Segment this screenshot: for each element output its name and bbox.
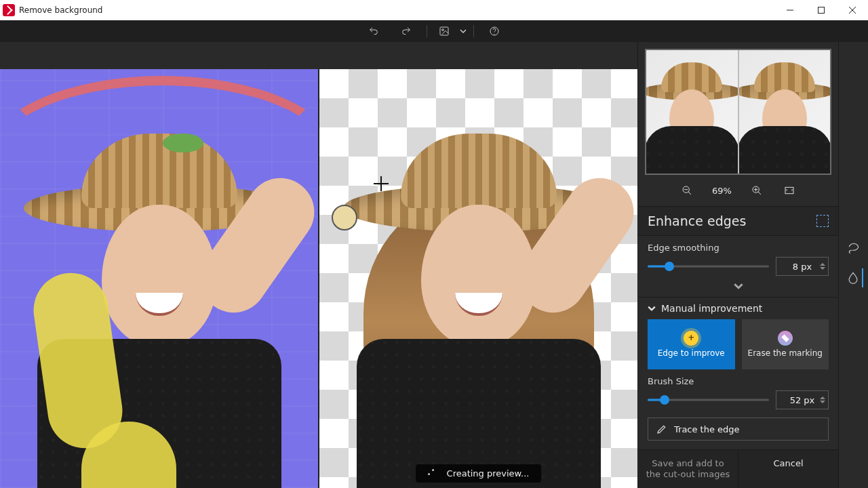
zoom-out-button[interactable]: [679, 183, 694, 198]
selection-icon[interactable]: [816, 215, 829, 227]
canvas-original[interactable]: [0, 69, 318, 488]
tool-label: Erase the marking: [748, 348, 823, 359]
trace-edge-button[interactable]: Trace the edge: [648, 418, 829, 441]
svg-rect-4: [440, 27, 448, 35]
background-mode-dropdown[interactable]: [457, 28, 469, 35]
trace-edge-label: Trace the edge: [674, 424, 740, 434]
eraser-icon: [774, 327, 795, 348]
spinner-icon: [428, 469, 437, 479]
background-mode-button[interactable]: [431, 20, 457, 42]
window-title: Remove background: [19, 5, 103, 15]
canvas-area: Creating preview...: [0, 42, 637, 488]
zoom-fit-button[interactable]: [782, 183, 797, 198]
svg-line-9: [688, 192, 691, 195]
window-maximize-button[interactable]: [806, 0, 837, 20]
side-panel: 69% Enhance edges Edge smoothing 8 px: [637, 42, 838, 488]
status-text: Creating preview...: [447, 468, 530, 479]
tool-label: Edge to improve: [658, 348, 725, 359]
titlebar: Remove background: [0, 0, 868, 20]
svg-point-7: [494, 33, 494, 34]
keep-stroke: [163, 134, 203, 152]
help-button[interactable]: [478, 20, 511, 42]
window-close-button[interactable]: [837, 0, 868, 20]
tool-edge-to-improve[interactable]: + Edge to improve: [648, 319, 735, 369]
rail-droplet-icon[interactable]: [844, 268, 863, 287]
brush-cursor-preview: [332, 205, 357, 230]
section-title: Enhance edges: [648, 214, 746, 228]
undo-button[interactable]: [357, 20, 390, 42]
brush-size-slider[interactable]: [648, 393, 769, 407]
svg-line-12: [758, 192, 761, 195]
brush-size-value: 52 px: [790, 395, 815, 405]
tool-rail: [838, 42, 868, 488]
brush-size-input[interactable]: 52 px: [776, 390, 829, 409]
edge-smoothing-label: Edge smoothing: [648, 243, 829, 253]
crosshair-icon: [374, 176, 389, 191]
edge-smoothing-slider[interactable]: [648, 260, 769, 273]
save-button[interactable]: Save and add to the cut-out images: [638, 450, 738, 489]
thumb-before[interactable]: [646, 50, 738, 174]
toolbar: [0, 20, 868, 42]
svg-rect-1: [818, 7, 825, 13]
tool-erase-marking[interactable]: Erase the marking: [742, 319, 829, 369]
thumb-after[interactable]: [738, 50, 831, 174]
status-toast: Creating preview...: [416, 464, 542, 483]
edge-smoothing-input[interactable]: 8 px: [776, 257, 829, 276]
section-manual-improvement[interactable]: Manual improvement: [638, 297, 838, 319]
section-enhance-edges: Enhance edges: [638, 206, 838, 236]
window-minimize-button[interactable]: [774, 0, 806, 20]
canvas-preview[interactable]: Creating preview...: [318, 69, 637, 488]
app-icon: [3, 4, 15, 16]
edge-smoothing-value: 8 px: [793, 262, 812, 272]
subhead-label: Manual improvement: [661, 303, 762, 314]
main: Creating preview... 69%: [0, 42, 868, 488]
expand-more-button[interactable]: [648, 280, 829, 297]
brush-size-label: Brush Size: [648, 376, 829, 386]
rail-lasso-icon[interactable]: [844, 239, 863, 258]
cancel-button[interactable]: Cancel: [738, 450, 838, 489]
zoom-in-button[interactable]: [749, 183, 764, 198]
preview-thumbnails: [645, 49, 831, 175]
svg-point-5: [442, 29, 444, 31]
redo-button[interactable]: [390, 20, 422, 42]
plus-circle-icon: +: [684, 331, 698, 346]
zoom-level: 69%: [712, 186, 732, 196]
